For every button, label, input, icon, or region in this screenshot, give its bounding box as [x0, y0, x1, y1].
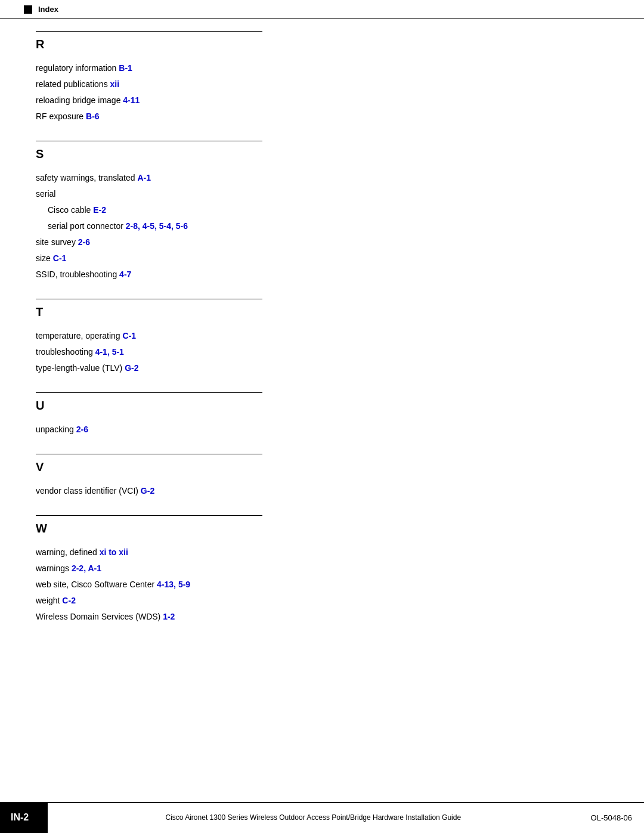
section-divider: [36, 299, 262, 299]
index-entry: serial: [36, 188, 608, 200]
footer-doc-number: OL-5048-06: [579, 807, 644, 828]
section-V: Vvendor class identifier (VCI) G-2: [36, 454, 608, 497]
index-entry: temperature, operating C-1: [36, 330, 608, 342]
section-heading-T: T: [36, 305, 608, 319]
entry-link[interactable]: E-2: [93, 205, 106, 215]
entry-text: regulatory information: [36, 63, 116, 73]
entry-link[interactable]: G-2: [125, 363, 138, 373]
index-entry: troubleshooting 4-1, 5-1: [36, 346, 608, 358]
entry-text: size: [36, 253, 51, 263]
entry-text: vendor class identifier (VCI): [36, 486, 138, 496]
entry-link[interactable]: C-1: [123, 331, 137, 340]
entry-text: RF exposure: [36, 112, 83, 121]
entry-text: temperature, operating: [36, 331, 120, 340]
footer-border: [48, 802, 644, 803]
entry-text: troubleshooting: [36, 347, 93, 357]
section-divider: [36, 392, 262, 393]
index-entry: unpacking 2-6: [36, 423, 608, 436]
entry-text: SSID, troubleshooting: [36, 270, 117, 279]
entry-text: weight: [36, 596, 60, 605]
index-entry: reloading bridge image 4-11: [36, 94, 608, 107]
index-entry: web site, Cisco Software Center 4-13, 5-…: [36, 578, 608, 591]
entry-link[interactable]: C-2: [62, 596, 76, 605]
entry-link[interactable]: C-1: [53, 253, 67, 263]
entry-text: safety warnings, translated: [36, 173, 135, 182]
index-entry: site survey 2-6: [36, 236, 608, 249]
page-number: IN-2: [0, 802, 48, 833]
entry-text: serial: [36, 189, 55, 199]
entry-link[interactable]: xi to xii: [100, 547, 128, 557]
index-entry: warnings 2-2, A-1: [36, 562, 608, 575]
entry-text: unpacking: [36, 425, 74, 434]
header-square-icon: [24, 5, 32, 14]
entry-text: serial port connector: [48, 221, 123, 231]
entry-link[interactable]: 2-6: [78, 237, 90, 247]
entry-text: web site, Cisco Software Center: [36, 580, 154, 589]
entry-link[interactable]: 2-2, A-1: [72, 563, 101, 573]
page-container: Index Rregulatory information B-1related…: [0, 0, 644, 833]
entry-link[interactable]: 2-8, 4-5, 5-4, 5-6: [126, 221, 188, 231]
entry-link[interactable]: 4-11: [123, 95, 140, 105]
entry-link[interactable]: A-1: [137, 173, 151, 182]
header-title: Index: [38, 5, 58, 14]
section-S: Ssafety warnings, translated A-1serialCi…: [36, 141, 608, 281]
index-entry: RF exposure B-6: [36, 110, 608, 123]
section-heading-S: S: [36, 147, 608, 161]
section-T: Ttemperature, operating C-1troubleshooti…: [36, 299, 608, 374]
index-entry: serial port connector 2-8, 4-5, 5-4, 5-6: [36, 220, 608, 233]
entry-text: Cisco cable: [48, 205, 91, 215]
section-U: Uunpacking 2-6: [36, 392, 608, 436]
footer-doc-title: Cisco Aironet 1300 Series Wireless Outdo…: [48, 813, 579, 822]
entry-text: reloading bridge image: [36, 95, 120, 105]
section-heading-U: U: [36, 399, 608, 413]
index-entry: Cisco cable E-2: [36, 204, 608, 216]
entry-link[interactable]: 2-6: [76, 425, 88, 434]
index-entry: weight C-2: [36, 594, 608, 607]
index-entry: SSID, troubleshooting 4-7: [36, 268, 608, 281]
entry-link[interactable]: B-6: [86, 112, 100, 121]
entry-link[interactable]: 4-13, 5-9: [157, 580, 190, 589]
index-entry: warning, defined xi to xii: [36, 546, 608, 559]
section-heading-R: R: [36, 38, 608, 51]
section-W: Wwarning, defined xi to xiiwarnings 2-2,…: [36, 515, 608, 623]
index-entry: Wireless Domain Services (WDS) 1-2: [36, 611, 608, 623]
page-footer: IN-2 Cisco Aironet 1300 Series Wireless …: [0, 802, 644, 833]
section-heading-W: W: [36, 522, 608, 535]
entry-text: related publications: [36, 79, 108, 89]
section-heading-V: V: [36, 460, 608, 474]
entry-text: Wireless Domain Services (WDS): [36, 612, 160, 621]
index-entry: type-length-value (TLV) G-2: [36, 362, 608, 374]
entry-text: type-length-value (TLV): [36, 363, 122, 373]
index-entry: regulatory information B-1: [36, 62, 608, 75]
section-divider: [36, 454, 262, 454]
entry-text: site survey: [36, 237, 76, 247]
entry-link[interactable]: 4-1, 5-1: [95, 347, 124, 357]
entry-link[interactable]: xii: [110, 79, 120, 89]
section-divider: [36, 31, 262, 32]
entry-link[interactable]: G-2: [141, 486, 154, 496]
entry-link[interactable]: B-1: [119, 63, 132, 73]
index-entry: size C-1: [36, 252, 608, 265]
main-content: Rregulatory information B-1related publi…: [0, 19, 644, 689]
index-entry: related publications xii: [36, 78, 608, 91]
page-header: Index: [0, 0, 644, 19]
entry-link[interactable]: 4-7: [119, 270, 131, 279]
index-entry: safety warnings, translated A-1: [36, 172, 608, 184]
entry-text: warnings: [36, 563, 69, 573]
index-entry: vendor class identifier (VCI) G-2: [36, 485, 608, 497]
section-R: Rregulatory information B-1related publi…: [36, 31, 608, 123]
entry-text: warning, defined: [36, 547, 97, 557]
section-divider: [36, 515, 262, 516]
entry-link[interactable]: 1-2: [163, 612, 175, 621]
section-divider: [36, 141, 262, 141]
